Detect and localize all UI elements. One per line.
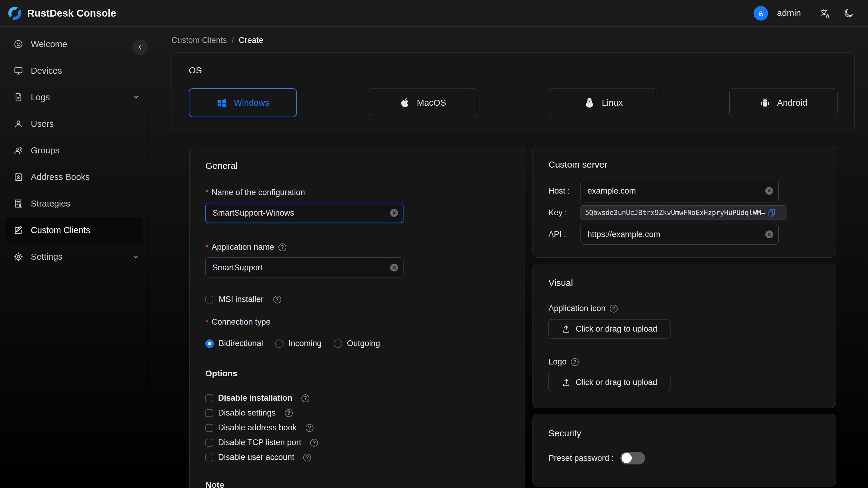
avatar-initial: a	[759, 8, 763, 18]
help-icon[interactable]: ?	[303, 454, 311, 461]
sidebar-item-label: Logs	[31, 92, 50, 102]
clear-icon[interactable]: ✕	[390, 209, 398, 217]
help-icon[interactable]: ?	[610, 305, 618, 312]
msi-installer-checkbox[interactable]	[205, 296, 213, 304]
host-input[interactable]	[581, 181, 779, 201]
help-icon[interactable]: ?	[278, 243, 286, 251]
app-icon-upload-button[interactable]: Click or drag to upload	[549, 319, 671, 338]
file-icon	[13, 92, 24, 102]
sidebar-item-label: Users	[31, 119, 54, 129]
sidebar-item-groups[interactable]: Groups	[0, 137, 148, 164]
api-row: API : ✕	[549, 224, 820, 245]
connection-type-options: Bidirectional Incoming Outgoing	[205, 339, 509, 348]
os-option-android[interactable]: Android	[730, 88, 837, 117]
sidebar-item-devices[interactable]: Devices	[0, 57, 148, 84]
disable-tcp-listen-port-checkbox[interactable]	[205, 439, 213, 447]
preset-password-label: Preset password :	[549, 454, 614, 463]
preset-password-row: Preset password :	[549, 452, 820, 464]
user-icon	[13, 119, 24, 129]
options-list: Disable installation ? Disable settings …	[205, 394, 509, 462]
msi-installer-label: MSI installer	[219, 295, 264, 304]
sidebar-item-label: Welcome	[31, 39, 67, 49]
disable-address-book-checkbox[interactable]	[205, 424, 213, 432]
user-name[interactable]: admin	[777, 8, 801, 18]
radio-label: Outgoing	[347, 339, 380, 348]
clear-icon[interactable]: ✕	[765, 231, 773, 238]
sidebar: Welcome Devices Logs	[0, 27, 148, 488]
help-icon[interactable]: ?	[571, 358, 579, 366]
os-option-macos[interactable]: MacOS	[369, 88, 477, 117]
avatar[interactable]: a	[753, 6, 768, 21]
linux-tux-icon	[584, 97, 595, 109]
help-icon[interactable]: ?	[302, 394, 309, 402]
copy-icon[interactable]	[768, 208, 776, 217]
clear-icon[interactable]: ✕	[765, 187, 773, 195]
sidebar-item-address-books[interactable]: Address Books	[0, 164, 148, 190]
sidebar-collapse-button[interactable]	[132, 39, 148, 55]
chevron-down-icon	[132, 93, 140, 101]
rustdesk-logo-icon	[8, 6, 22, 20]
strategy-icon	[13, 199, 24, 209]
sidebar-item-logs[interactable]: Logs	[0, 84, 148, 111]
config-name-label-text: Name of the configuration	[212, 188, 305, 197]
help-icon[interactable]: ?	[310, 439, 318, 447]
gear-icon	[13, 251, 24, 262]
api-input[interactable]	[581, 224, 779, 245]
clear-icon[interactable]: ✕	[390, 264, 398, 272]
disable-user-account-checkbox[interactable]	[205, 454, 213, 461]
svg-text:A: A	[826, 13, 830, 19]
radio-incoming[interactable]: Incoming	[275, 339, 322, 348]
chevron-down-icon	[132, 253, 140, 261]
host-label: Host :	[549, 186, 581, 196]
config-name-input[interactable]	[205, 203, 403, 223]
visual-card: Visual Application icon ? Click or drag …	[532, 264, 836, 408]
help-icon[interactable]: ?	[306, 424, 313, 432]
sidebar-item-label: Custom Clients	[31, 225, 90, 235]
custom-server-title: Custom server	[549, 159, 820, 170]
top-bar-right: a admin A	[753, 6, 856, 21]
help-icon[interactable]: ?	[273, 296, 281, 304]
chevron-left-icon	[136, 43, 144, 51]
disable-installation-checkbox[interactable]	[205, 394, 213, 402]
radio-selected-icon	[205, 339, 214, 348]
body: Welcome Devices Logs	[0, 27, 868, 488]
upload-label: Click or drag to upload	[576, 378, 657, 387]
breadcrumb-parent[interactable]: Custom Clients	[172, 36, 227, 45]
sidebar-item-users[interactable]: Users	[0, 111, 148, 137]
key-field: 5Qbwsde3unUcJBtrx9ZkvUmwFNoExHzpryHuPUdq…	[581, 205, 786, 220]
radio-outgoing[interactable]: Outgoing	[334, 339, 380, 348]
upload-icon	[562, 378, 571, 387]
application-icon-label-text: Application icon	[549, 304, 606, 313]
toggle-knob	[622, 453, 632, 463]
breadcrumb-separator: /	[231, 36, 234, 45]
theme-toggle-button[interactable]	[841, 6, 856, 21]
rustdesk-console-app: RustDesk Console a admin A	[0, 0, 868, 488]
os-option-label: Windows	[234, 98, 270, 108]
sidebar-item-strategies[interactable]: Strategies	[0, 190, 148, 217]
upload-icon	[562, 324, 571, 333]
form-columns: General Name of the configuration ✕ Appl…	[189, 146, 836, 488]
os-option-label: Linux	[602, 98, 623, 108]
sidebar-item-label: Groups	[31, 146, 60, 155]
api-field: ✕	[581, 224, 779, 245]
radio-bidirectional[interactable]: Bidirectional	[205, 339, 263, 348]
general-title: General	[205, 161, 509, 171]
sidebar-item-welcome[interactable]: Welcome	[0, 31, 148, 57]
radio-label: Bidirectional	[219, 339, 263, 348]
logo-upload-button[interactable]: Click or drag to upload	[549, 373, 671, 392]
sidebar-item-settings[interactable]: Settings	[0, 243, 148, 270]
host-row: Host : ✕	[549, 181, 820, 201]
sidebar-item-custom-clients[interactable]: Custom Clients	[5, 217, 143, 243]
os-option-windows[interactable]: Windows	[189, 88, 297, 117]
disable-settings-checkbox[interactable]	[205, 409, 213, 417]
language-button[interactable]: A	[818, 6, 832, 21]
help-icon[interactable]: ?	[285, 409, 293, 417]
application-name-input[interactable]	[205, 257, 403, 278]
option-row: Disable address book ?	[205, 423, 509, 432]
config-name-label: Name of the configuration	[205, 188, 509, 197]
address-book-icon	[13, 172, 24, 182]
os-option-linux[interactable]: Linux	[549, 88, 657, 117]
preset-password-toggle[interactable]	[620, 452, 645, 464]
radio-label: Incoming	[288, 339, 322, 348]
apple-icon	[400, 97, 410, 108]
